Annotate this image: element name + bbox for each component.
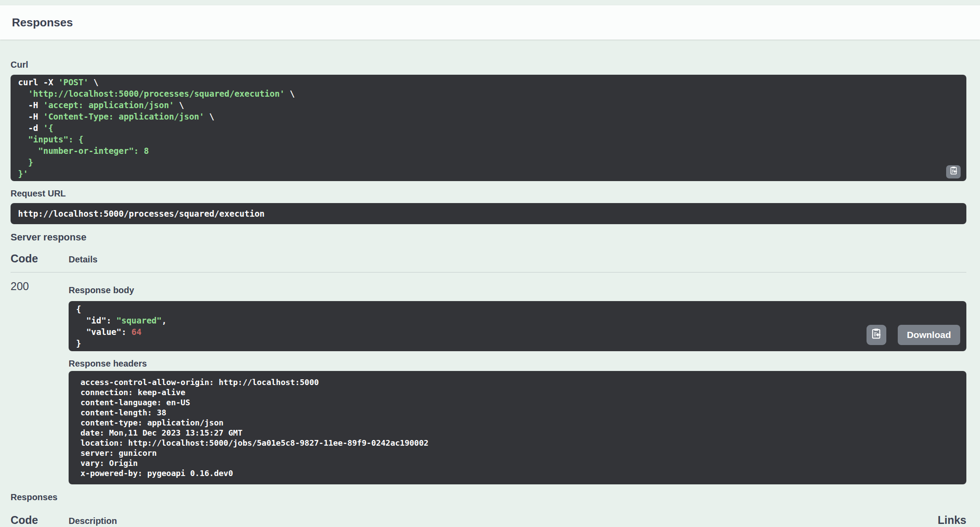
copy-response-button[interactable] (867, 325, 886, 345)
copy-curl-button[interactable] (946, 165, 961, 178)
curl-command-block: curl -X 'POST' \ 'http://localhost:5000/… (11, 75, 966, 181)
responses-panel: Curl curl -X 'POST' \ 'http://localhost:… (0, 60, 980, 527)
server-response-row: 200 Response body { "id": "squared", "va… (11, 273, 966, 484)
response-headers-label: Response headers (69, 359, 966, 369)
doc-code-column-header: Code (11, 514, 69, 527)
doc-description-column-header: Description (69, 516, 938, 526)
response-body-block: { "id": "squared", "value": 64} D (69, 301, 966, 351)
request-url-value: http://localhost:5000/processes/squared/… (18, 209, 265, 218)
copy-to-clipboard-icon (870, 328, 882, 342)
responses-section-header: Responses (0, 5, 980, 40)
download-button[interactable]: Download (898, 325, 960, 345)
response-headers-block: access-control-allow-origin: http://loca… (69, 371, 966, 484)
response-details: Response body { "id": "squared", "value"… (69, 273, 966, 484)
curl-command-code: curl -X 'POST' \ 'http://localhost:5000/… (18, 76, 959, 179)
responses-doc-table-header: Code Description Links (11, 514, 966, 527)
doc-links-column-header: Links (938, 514, 966, 527)
server-response-table-header: Code Details (11, 252, 966, 273)
response-headers-code: access-control-allow-origin: http://loca… (80, 377, 959, 478)
section-title: Responses (12, 16, 73, 29)
request-url-label: Request URL (11, 189, 966, 199)
responses-doc-label: Responses (11, 492, 966, 502)
response-body-buttons: Download (867, 325, 960, 345)
request-url-block: http://localhost:5000/processes/squared/… (11, 203, 966, 224)
status-code: 200 (11, 273, 69, 484)
copy-to-clipboard-icon (949, 166, 958, 178)
details-column-header: Details (69, 254, 98, 265)
response-body-label: Response body (69, 285, 966, 295)
response-body-code: { "id": "squared", "value": 64} (76, 303, 959, 349)
code-column-header: Code (11, 252, 69, 265)
server-response-label: Server response (11, 232, 966, 243)
curl-label: Curl (11, 60, 966, 70)
